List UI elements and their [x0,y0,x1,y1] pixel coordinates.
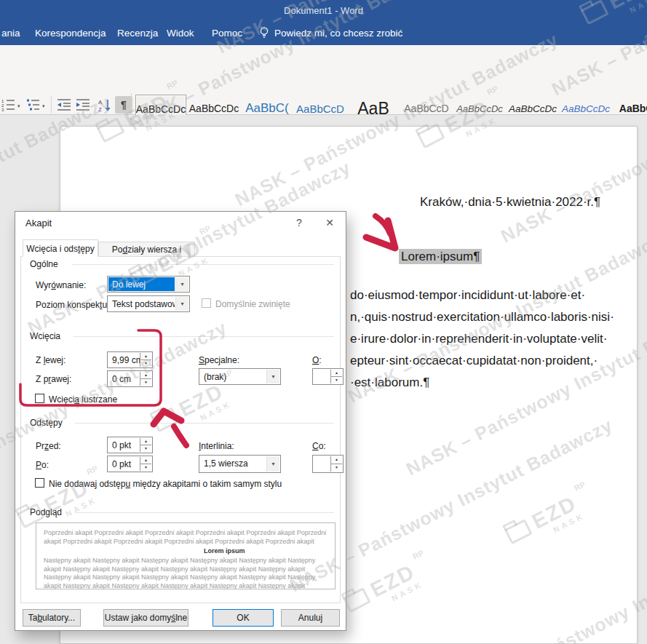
spin-up-icon[interactable]: ▲ [140,372,151,379]
by-label: O: [312,355,322,365]
cancel-button[interactable]: Anuluj [281,609,340,627]
indent-right-spinner[interactable]: 0 cm ▲▼ [107,370,153,387]
numbered-list-caret-icon[interactable]: ▾ [17,103,20,108]
spacing-before-spinner[interactable]: 0 pkt ▲▼ [107,437,153,453]
indent-right-value[interactable]: 0 cm [108,372,139,386]
ribbon-tab-row: ania Korespondencja Recenzja Widok Pomoc… [0,22,647,45]
tell-me-box[interactable]: Powiedz mi, co chcesz zrobić [259,26,402,39]
svg-text:A: A [98,99,103,106]
spacing-after-value[interactable]: 0 pkt [108,457,139,471]
preview-section-legend: Podgląd [30,507,65,517]
spin-down-icon[interactable]: ▼ [331,464,342,472]
spin-down-icon[interactable]: ▼ [140,445,151,453]
ribbon-tab-widok[interactable]: Widok [167,28,194,39]
by-value[interactable] [314,370,330,383]
decrease-indent-icon[interactable] [57,98,71,112]
document-date-line[interactable]: Kraków,·dnia·5·kwietnia·2022·r.¶ [420,195,600,210]
spin-down-icon[interactable]: ▼ [331,377,342,384]
spin-down-icon[interactable]: ▼ [140,360,151,367]
set-as-default-button[interactable]: Ustaw jako domyślne [103,609,188,627]
spin-up-icon[interactable]: ▲ [140,457,151,464]
spin-up-icon[interactable]: ▲ [140,438,151,445]
title-bar: Dokument1 - Word [0,0,647,22]
chevron-down-icon[interactable]: ▾ [175,277,188,291]
mirror-indents-checkbox[interactable] [35,394,44,403]
outline-level-label: Poziom konspektu: [36,300,109,310]
dialog-help-button[interactable]: ? [290,215,308,231]
preview-current-paragraph: Lorem ipsum [204,547,245,554]
at-value[interactable] [314,456,330,472]
show-formatting-marks-button[interactable]: ¶ [115,96,132,114]
alignment-label: Wyrównanie: [36,280,86,290]
preview-box: Poprzedni akapit Poprzedni akapit Poprze… [36,522,336,589]
special-label: Specjalne: [199,355,239,365]
line-spacing-value: 1,5 wiersza [200,456,266,472]
ribbon-tab-korespondencja[interactable]: Korespondencja [35,28,106,39]
outline-level-combobox[interactable]: Tekst podstawowy ▾ [107,295,190,312]
chevron-down-icon[interactable]: ▾ [266,456,279,472]
tab-podzialy-wiersza-i-strony[interactable]: Podziały wiersza i strony [98,242,195,257]
spin-up-icon[interactable]: ▲ [331,456,342,464]
chevron-down-icon[interactable]: ▾ [266,370,279,383]
svg-text:3: 3 [1,108,4,112]
increase-indent-icon[interactable] [76,98,90,112]
no-space-same-style-label: Nie dodawaj odstępu między akapitami o t… [49,479,282,489]
document-text-line[interactable]: epteur·sint·occaecat·cupidatat·non·proid… [350,354,598,368]
alignment-combobox[interactable]: Do lewej ▾ [107,276,190,293]
indent-left-spinner[interactable]: 9,99 cm ▲▼ [107,351,153,368]
document-selected-text[interactable]: Lorem·ipsum¶ [399,250,482,264]
ribbon: 123 ▾ ▾ A Z ¶ [0,45,647,115]
indent-left-value[interactable]: 9,99 cm [108,353,139,367]
tabs-button[interactable]: Tabulatory... [23,609,81,627]
chevron-down-icon[interactable]: ▾ [175,297,188,311]
preview-next-paragraph: Następny akapit Następny akapit Następny… [44,557,329,589]
alignment-value: Do lewej [108,277,175,291]
collapsed-by-default-label: Domyślnie zwinięte [215,299,290,309]
divider [75,423,334,424]
spacing-after-spinner[interactable]: 0 pkt ▲▼ [107,456,153,472]
numbered-list-icon[interactable]: 123 [1,98,16,112]
multilevel-list-caret-icon[interactable]: ▾ [42,103,45,108]
spacing-before-value[interactable]: 0 pkt [108,438,139,452]
line-spacing-label: Interlinia: [199,441,234,451]
mirror-indents-label: Wcięcia lustrzane [49,394,117,405]
spin-up-icon[interactable]: ▲ [331,370,342,377]
dialog-close-button[interactable]: ✕ [321,215,338,231]
multilevel-list-icon[interactable] [26,98,41,112]
document-text-line[interactable]: n,·quis·nostrud·exercitation·ullamco·lab… [350,310,614,325]
divider [76,512,334,513]
tab-wciecia-i-odstepy[interactable]: Wcięcia i odstępy [23,239,98,257]
document-text-line[interactable]: e·irure·dolor·in·reprehenderit·in·volupt… [350,332,607,346]
no-space-same-style-checkbox[interactable] [35,478,44,488]
ok-button[interactable]: OK [213,609,274,627]
line-spacing-combobox[interactable]: 1,5 wiersza ▾ [199,455,281,473]
divider [74,336,334,337]
spacing-before-label: Przed: [36,441,61,451]
general-section-legend: Ogólne [30,259,61,269]
window-title: Dokument1 - Word [0,5,647,16]
tell-me-label: Powiedz mi, co chcesz zrobić [274,28,402,39]
document-text-line[interactable]: ·est·laborum.¶ [350,375,429,390]
ribbon-tab-recenzja[interactable]: Recenzja [117,28,158,39]
document-text-line[interactable]: do·eiusmod·tempor·incididunt·ut·labore·e… [350,288,585,303]
indent-left-label: Z lewej: [36,355,66,365]
divider [51,96,52,114]
ribbon-tab-odwolania-partial[interactable]: ania [1,28,20,39]
ribbon-tab-pomoc[interactable]: Pomoc [212,28,242,39]
divider [72,264,334,265]
spin-down-icon[interactable]: ▼ [140,379,151,386]
at-spinner[interactable]: ▲▼ [312,455,344,473]
special-value: (brak) [200,370,266,383]
indent-right-label: Z prawej: [36,374,71,384]
spin-up-icon[interactable]: ▲ [140,353,151,360]
collapsed-by-default-checkbox[interactable] [202,298,211,308]
spacing-after-label: Po: [36,460,49,470]
special-combobox[interactable]: (brak) ▾ [199,368,281,385]
indent-section-legend: Wcięcia [30,331,63,341]
spacing-section-legend: Odstępy [30,418,66,428]
lightbulb-icon [259,26,269,39]
sort-icon[interactable]: A Z [98,98,112,112]
selection-highlight: Lorem·ipsum¶ [399,249,482,264]
by-spinner[interactable]: ▲▼ [312,368,344,385]
spin-down-icon[interactable]: ▼ [140,464,151,472]
